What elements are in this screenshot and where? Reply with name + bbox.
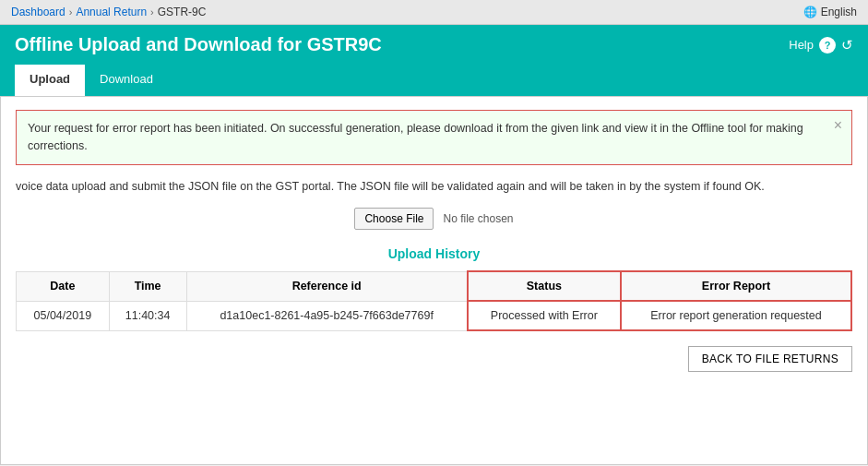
cell-error-report: Error report generation requested	[621, 301, 851, 330]
tab-upload[interactable]: Upload	[15, 65, 85, 96]
cell-reference-id: d1a10ec1-8261-4a95-b245-7f663de7769f	[186, 301, 468, 330]
back-button-area: BACK TO FILE RETURNS	[16, 346, 852, 372]
breadcrumb-sep2: ›	[150, 6, 154, 18]
breadcrumb-current: GSTR-9C	[158, 6, 207, 18]
breadcrumb: Dashboard › Annual Return › GSTR-9C	[11, 6, 206, 18]
breadcrumb-annual-return[interactable]: Annual Return	[76, 6, 147, 18]
file-upload-area: Choose File No file chosen	[16, 208, 852, 230]
breadcrumb-sep1: ›	[69, 6, 73, 18]
alert-message: Your request for error report has been i…	[28, 122, 803, 152]
col-header-date: Date	[17, 271, 110, 301]
upload-history-title: Upload History	[16, 246, 852, 261]
tab-bar: Upload Download	[0, 65, 868, 96]
alert-close-button[interactable]: ×	[834, 118, 842, 133]
back-to-file-returns-button[interactable]: BACK TO FILE RETURNS	[688, 346, 852, 372]
col-header-status: Status	[468, 271, 621, 301]
breadcrumb-dashboard[interactable]: Dashboard	[11, 6, 65, 18]
choose-file-button[interactable]: Choose File	[354, 208, 434, 230]
instruction-text: voice data upload and submit the JSON fi…	[16, 178, 852, 196]
main-content: Your request for error report has been i…	[0, 96, 868, 465]
cell-time: 11:40:34	[109, 301, 186, 330]
help-icon[interactable]: ?	[819, 37, 836, 54]
page-title: Offline Upload and Download for GSTR9C	[15, 34, 382, 55]
alert-box: Your request for error report has been i…	[16, 110, 852, 165]
language-label: English	[821, 6, 857, 18]
help-label: Help	[789, 38, 814, 52]
language-selector[interactable]: 🌐 English	[803, 6, 857, 18]
top-nav-bar: Dashboard › Annual Return › GSTR-9C 🌐 En…	[0, 0, 868, 25]
refresh-icon[interactable]: ↺	[841, 37, 853, 54]
col-header-time: Time	[109, 271, 186, 301]
table-row: 05/04/2019 11:40:34 d1a10ec1-8261-4a95-b…	[17, 301, 852, 330]
tab-download[interactable]: Download	[85, 65, 168, 96]
no-file-label: No file chosen	[443, 212, 513, 225]
header-bar: Offline Upload and Download for GSTR9C H…	[0, 25, 868, 65]
cell-status: Processed with Error	[468, 301, 621, 330]
upload-history-table: Date Time Reference id Status Error Repo…	[16, 270, 852, 331]
help-area: Help ? ↺	[789, 37, 853, 54]
globe-icon: 🌐	[803, 6, 817, 18]
col-header-error-report: Error Report	[621, 271, 851, 301]
cell-date: 05/04/2019	[17, 301, 110, 330]
col-header-ref: Reference id	[186, 271, 468, 301]
